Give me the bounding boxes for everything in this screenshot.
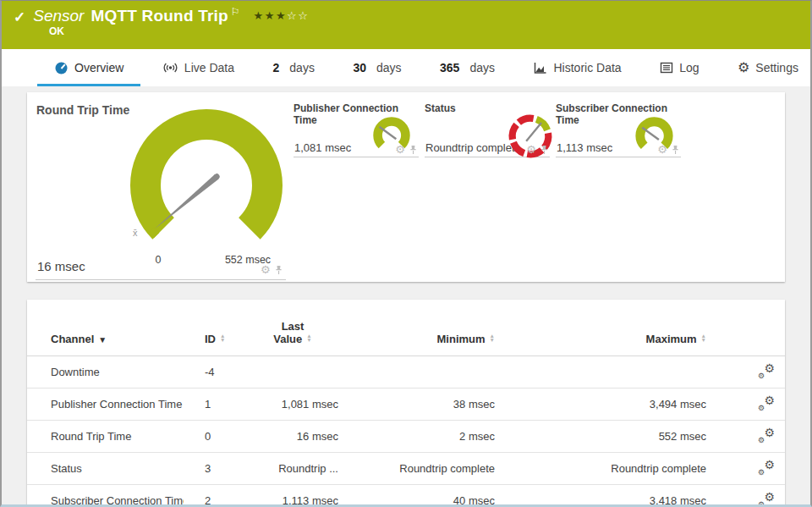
- tab-365-days-label: days: [469, 61, 495, 74]
- channel-minimum-cell: Roundtrip complete: [338, 453, 495, 485]
- pin-icon[interactable]: [275, 265, 283, 275]
- main-gauge-value: 16 msec: [37, 259, 85, 273]
- gauge-controls: ⚙: [395, 144, 417, 155]
- tab-30-days-label: days: [376, 61, 402, 74]
- sort-icon: ▲▼: [701, 334, 706, 342]
- channel-name-cell: Publisher Connection Time: [27, 389, 184, 421]
- channel-settings-gears-icon[interactable]: ⚙⚙: [758, 428, 775, 442]
- gauge-settings-gear-icon[interactable]: ⚙: [395, 144, 405, 155]
- gauge-settings-gear-icon[interactable]: ⚙: [526, 144, 536, 155]
- average-marker-label: x̄: [133, 228, 138, 238]
- gauge-controls: ⚙: [657, 144, 679, 155]
- channel-actions-cell: ⚙⚙: [706, 485, 785, 507]
- gauge-icon: [54, 61, 69, 75]
- tab-overview[interactable]: Overview: [51, 49, 127, 86]
- column-header-maximum[interactable]: Maximum▲▼: [495, 300, 706, 356]
- channel-last-value-cell: 16 msec: [247, 421, 338, 453]
- tab-2-days-number: 2: [273, 61, 280, 74]
- channel-settings-gears-icon[interactable]: ⚙⚙: [758, 364, 775, 377]
- sort-icon: ▲▼: [220, 334, 225, 342]
- tab-bar: Overview Live Data 2 days 30 days 365 da…: [2, 49, 810, 86]
- stars-filled[interactable]: ★★★: [254, 9, 287, 22]
- gauges-panel: Round Trip Time x̄ 0 552 msec 16 msec ⚙: [27, 92, 785, 282]
- channel-name-cell: Subscriber Connection Time: [27, 485, 184, 507]
- table-row: Status 3 Roundtrip ... Roundtrip complet…: [27, 453, 785, 485]
- channel-minimum-cell: 38 msec: [338, 389, 495, 421]
- gear-icon: ⚙: [738, 61, 749, 74]
- sensor-header: ✓ Sensor MQTT Round Trip ⚐ ★★★☆☆ OK: [2, 1, 810, 49]
- tab-log-label: Log: [679, 61, 699, 74]
- pin-icon[interactable]: [672, 145, 679, 155]
- gauge-settings-gear-icon[interactable]: ⚙: [657, 144, 667, 155]
- round-trip-time-gauge: x̄ 0 552 msec: [122, 101, 291, 270]
- column-header-id[interactable]: ID▲▼: [184, 300, 247, 356]
- tab-30-days[interactable]: 30 days: [349, 49, 404, 86]
- column-header-channel[interactable]: Channel▼: [27, 300, 184, 356]
- sensor-status-badge: OK: [49, 25, 64, 37]
- channel-last-value-cell: 1,081 msec: [247, 389, 338, 421]
- column-header-minimum[interactable]: Minimum▲▼: [338, 300, 495, 356]
- stars-empty[interactable]: ☆☆: [287, 9, 309, 22]
- table-row: Round Trip Time 0 16 msec 2 msec 552 mse…: [27, 421, 785, 453]
- column-header-actions: [706, 300, 785, 356]
- app-window: ✓ Sensor MQTT Round Trip ⚐ ★★★☆☆ OK Over…: [0, 0, 812, 507]
- channel-id-cell: 2: [184, 485, 247, 507]
- pin-icon[interactable]: [409, 145, 417, 155]
- tab-historic-data[interactable]: Historic Data: [529, 49, 624, 86]
- gauge-controls: ⚙: [526, 144, 548, 155]
- gauge-settings-gear-icon[interactable]: ⚙: [261, 264, 271, 275]
- tab-overview-label: Overview: [74, 61, 123, 74]
- channel-id-cell: 1: [184, 389, 247, 421]
- area-chart-icon: [533, 62, 547, 74]
- channel-last-value-cell: [247, 356, 338, 389]
- channel-name-cell: Status: [27, 453, 184, 485]
- subscriber-gauge-value: 1,113 msec: [557, 141, 612, 154]
- channel-table: Channel▼ ID▲▼ LastValue▲▼ Minimum▲▼ Maxi…: [27, 300, 785, 507]
- object-kind-label: Sensor: [33, 7, 84, 25]
- tab-live-data[interactable]: Live Data: [159, 49, 238, 86]
- tab-365-days[interactable]: 365 days: [436, 49, 498, 86]
- channel-maximum-cell: Roundtrip complete: [495, 453, 706, 485]
- table-row: Downtime -4 ⚙⚙: [27, 356, 785, 389]
- tab-log[interactable]: Log: [656, 49, 702, 86]
- tab-2-days[interactable]: 2 days: [270, 49, 318, 86]
- sort-desc-icon: ▼: [98, 335, 107, 344]
- channels-panel: Channel▼ ID▲▼ LastValue▲▼ Minimum▲▼ Maxi…: [27, 300, 785, 507]
- channel-id-cell: -4: [184, 356, 247, 389]
- channel-table-body: Downtime -4 ⚙⚙ Publisher Connection Time…: [27, 356, 785, 507]
- flag-icon[interactable]: ⚐: [231, 6, 240, 18]
- channel-actions-cell: ⚙⚙: [706, 453, 785, 485]
- channel-minimum-cell: 2 msec: [338, 421, 495, 453]
- tab-historic-data-label: Historic Data: [553, 61, 621, 74]
- channel-minimum-cell: [338, 356, 495, 389]
- channel-actions-cell: ⚙⚙: [706, 389, 785, 421]
- gauge-scale-min: 0: [156, 254, 162, 266]
- priority-stars[interactable]: ★★★☆☆: [254, 9, 310, 22]
- channel-name-cell: Downtime: [27, 356, 184, 389]
- tab-settings-label: Settings: [755, 61, 798, 74]
- channel-name-cell: Round Trip Time: [27, 421, 184, 453]
- channel-last-value-cell: 1,113 msec: [247, 485, 338, 507]
- tab-30-days-number: 30: [353, 61, 366, 74]
- tab-settings[interactable]: ⚙ Settings: [734, 49, 802, 86]
- main-gauge-title: Round Trip Time: [36, 103, 129, 117]
- table-row: Subscriber Connection Time 2 1,113 msec …: [27, 485, 785, 507]
- gauge-controls: ⚙: [261, 264, 283, 275]
- channel-maximum-cell: [495, 356, 706, 389]
- column-header-last-value[interactable]: LastValue▲▼: [247, 300, 338, 356]
- channel-maximum-cell: 3,494 msec: [495, 389, 706, 421]
- pin-icon[interactable]: [540, 145, 548, 155]
- publisher-gauge-block: Publisher Connection Time 1,081 msec ⚙: [294, 102, 419, 157]
- channel-settings-gears-icon[interactable]: ⚙⚙: [758, 493, 775, 506]
- table-row: Publisher Connection Time 1 1,081 msec 3…: [27, 389, 785, 421]
- sensor-title: MQTT Round Trip: [91, 7, 228, 25]
- status-gauge-block: Status Roundtrip complete ⚙: [425, 102, 550, 157]
- channel-maximum-cell: 552 msec: [495, 421, 706, 453]
- tab-live-data-label: Live Data: [184, 61, 234, 74]
- tab-2-days-label: days: [289, 61, 315, 74]
- status-ok-check-icon: ✓: [14, 8, 25, 26]
- channel-settings-gears-icon[interactable]: ⚙⚙: [758, 396, 775, 410]
- channel-id-cell: 0: [184, 421, 247, 453]
- live-data-icon: [162, 61, 178, 74]
- channel-settings-gears-icon[interactable]: ⚙⚙: [758, 460, 775, 474]
